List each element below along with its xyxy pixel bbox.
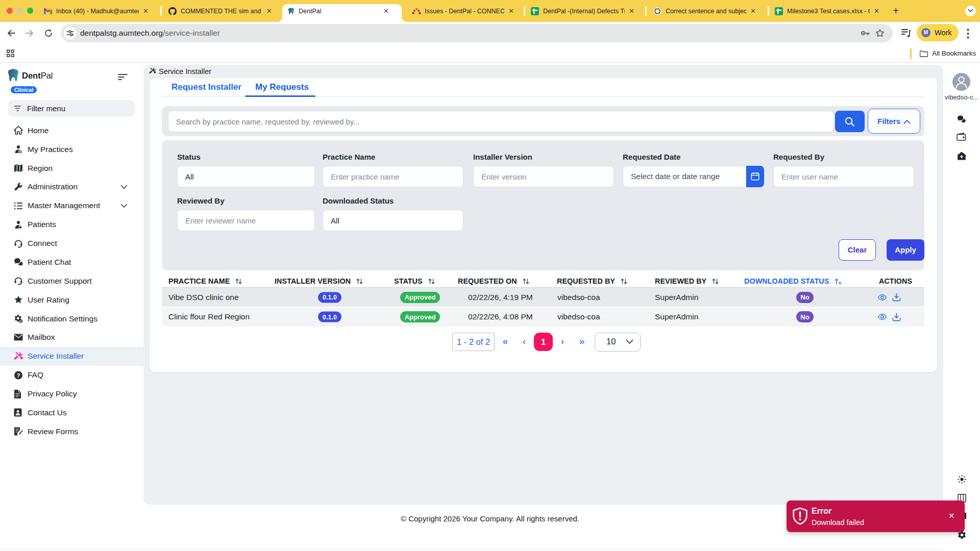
svg-text:?: ? [17, 372, 20, 378]
